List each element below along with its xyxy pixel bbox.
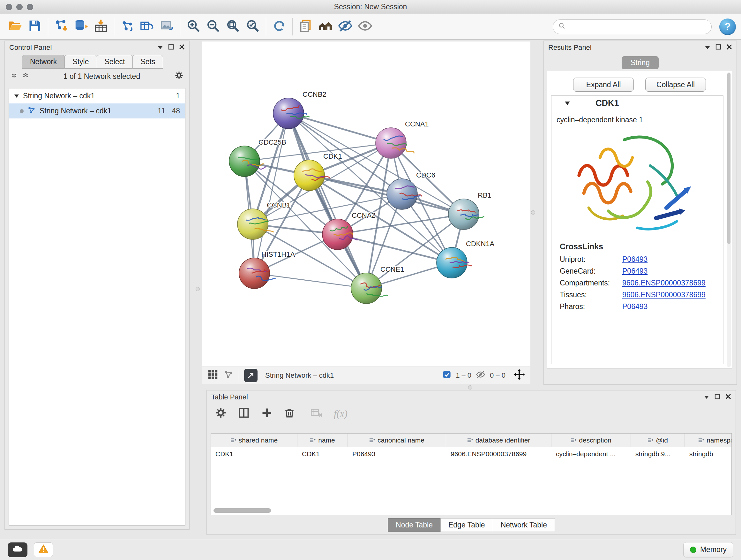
show-all-button[interactable] — [355, 17, 375, 37]
delete-column-icon[interactable] — [284, 407, 295, 421]
save-session-button[interactable] — [25, 17, 45, 37]
add-column-icon[interactable] — [261, 407, 273, 421]
cloud-button[interactable] — [8, 543, 27, 557]
table-settings-gear-icon[interactable] — [215, 407, 226, 421]
panel-menu-icon[interactable] — [704, 393, 710, 401]
crosslink-value-link[interactable]: 9606.ENSP00000378699 — [622, 291, 705, 299]
hide-selected-button[interactable] — [335, 17, 355, 37]
node-CDC25B[interactable] — [229, 146, 260, 177]
zoom-in-button[interactable] — [184, 17, 203, 37]
open-session-button[interactable] — [5, 17, 25, 37]
panel-menu-icon[interactable] — [157, 44, 163, 52]
table-cell[interactable]: CDK1 — [297, 447, 348, 461]
import-network-database-button[interactable] — [71, 17, 91, 37]
crosslink-value-link[interactable]: P06493 — [622, 302, 648, 311]
fit-content-button[interactable] — [223, 17, 243, 37]
table-row[interactable]: CDK1CDK1P064939606.ENSP00000378699cyclin… — [211, 447, 731, 461]
tab-style[interactable]: Style — [64, 55, 97, 69]
open-in-new-window-button[interactable] — [244, 369, 258, 382]
left-splitter-handle[interactable] — [196, 287, 200, 291]
new-network-from-selection-button[interactable] — [137, 17, 157, 37]
search-input[interactable] — [569, 23, 706, 31]
home-button[interactable] — [316, 17, 335, 37]
zoom-selected-button[interactable] — [243, 17, 263, 37]
panel-close-icon[interactable] — [725, 393, 731, 401]
refresh-button[interactable] — [269, 17, 289, 37]
crosslink-value-link[interactable]: P06493 — [622, 267, 648, 275]
disclosure-triangle-icon[interactable] — [14, 91, 19, 100]
collapse-all-button[interactable]: Collapse All — [645, 78, 706, 91]
node-CDC6[interactable] — [387, 179, 417, 209]
column-header-database-identifier[interactable]: database identifier — [446, 434, 551, 447]
network-view-canvas[interactable]: CCNB2CCNA1CDC25BCDK1CDC6RB1CCNB1CCNA2CDK… — [202, 42, 530, 367]
panel-close-icon[interactable] — [179, 44, 185, 52]
table-cell[interactable]: CDK1 — [211, 447, 297, 461]
node-CCNA2[interactable] — [322, 219, 353, 250]
results-scrollbar[interactable] — [727, 72, 731, 367]
column-header-shared-name[interactable]: shared name — [211, 434, 297, 447]
panel-close-icon[interactable] — [726, 44, 732, 52]
expand-all-icon[interactable] — [22, 72, 29, 81]
crosslink-value-link[interactable]: P06493 — [622, 255, 648, 264]
tab-node-table[interactable]: Node Table — [388, 518, 441, 532]
tab-sets[interactable]: Sets — [132, 55, 163, 69]
zoom-window-button[interactable] — [27, 4, 33, 10]
show-columns-icon[interactable] — [238, 407, 250, 421]
crosslink-value-link[interactable]: 9606.ENSP00000378699 — [622, 279, 705, 287]
column-header-namespace[interactable]: namespace — [685, 434, 732, 447]
close-window-button[interactable] — [6, 4, 12, 10]
node-CCNE1[interactable] — [351, 273, 382, 304]
node-HIST1H1A[interactable] — [239, 258, 270, 289]
tab-string[interactable]: String — [622, 56, 659, 69]
panel-menu-icon[interactable] — [704, 44, 711, 52]
edge-CCNB2-CCNA1[interactable] — [288, 113, 391, 143]
network-row[interactable]: String Network – cdk1 11 48 — [9, 104, 185, 118]
duplicate-page-button[interactable] — [296, 17, 316, 37]
memory-button[interactable]: Memory — [683, 542, 733, 557]
column-header-name[interactable]: name — [297, 434, 348, 447]
edge-CCNB2-HIST1H1A[interactable] — [254, 113, 288, 273]
panel-float-icon[interactable] — [168, 44, 174, 52]
horizontal-splitter-handle[interactable] — [468, 385, 472, 389]
node-CCNB1[interactable] — [238, 209, 268, 240]
zoom-out-button[interactable] — [203, 17, 223, 37]
tab-network[interactable]: Network — [22, 55, 65, 69]
hidden-eye-slash-icon[interactable] — [476, 370, 485, 381]
warnings-button[interactable] — [34, 543, 53, 557]
protein-section-header[interactable]: CDK1 — [551, 96, 723, 111]
import-network-file-button[interactable] — [51, 17, 71, 37]
table-cell[interactable]: P06493 — [348, 447, 446, 461]
column-header-canonical-name[interactable]: canonical name — [348, 434, 446, 447]
column-header--id[interactable]: @id — [631, 434, 685, 447]
minimize-window-button[interactable] — [16, 4, 23, 10]
selected-checkbox-icon[interactable] — [442, 370, 451, 381]
table-cell[interactable]: cyclin–dependent ... — [551, 447, 631, 461]
network-graph[interactable]: CCNB2CCNA1CDC25BCDK1CDC6RB1CCNB1CCNA2CDK… — [202, 42, 530, 367]
expand-all-button[interactable]: Expand All — [573, 78, 634, 91]
string-panel-icon[interactable] — [223, 369, 233, 381]
tab-edge-table[interactable]: Edge Table — [441, 518, 493, 532]
birds-eye-grid-icon[interactable] — [207, 369, 218, 382]
tab-select[interactable]: Select — [97, 55, 133, 69]
export-image-button[interactable] — [157, 17, 177, 37]
panel-float-icon[interactable] — [715, 393, 720, 401]
table-cell[interactable]: 9606.ENSP00000378699 — [446, 447, 551, 461]
table-cell[interactable]: stringdb:9... — [631, 447, 685, 461]
clone-network-button[interactable] — [118, 17, 137, 37]
pan-move-icon[interactable] — [513, 368, 525, 382]
node-CCNA1[interactable] — [376, 128, 406, 159]
edge-HIST1H1A-CCNE1[interactable] — [254, 273, 366, 288]
table-horizontal-scrollbar[interactable] — [213, 508, 271, 513]
network-collection-row[interactable]: String Network – cdk1 1 — [9, 88, 185, 104]
network-options-gear-icon[interactable] — [175, 71, 184, 82]
column-header-description[interactable]: description — [551, 434, 631, 447]
right-splitter-handle[interactable] — [531, 210, 535, 214]
collapse-all-icon[interactable] — [10, 72, 17, 81]
disclosure-triangle-icon[interactable] — [564, 99, 570, 108]
tab-network-table[interactable]: Network Table — [493, 518, 555, 532]
panel-float-icon[interactable] — [716, 44, 721, 52]
import-table-button[interactable] — [91, 17, 111, 37]
table-cell[interactable]: stringdb — [685, 447, 732, 461]
help-button[interactable]: ? — [719, 18, 736, 35]
edge-CCNB2-CCNE1[interactable] — [288, 113, 366, 288]
